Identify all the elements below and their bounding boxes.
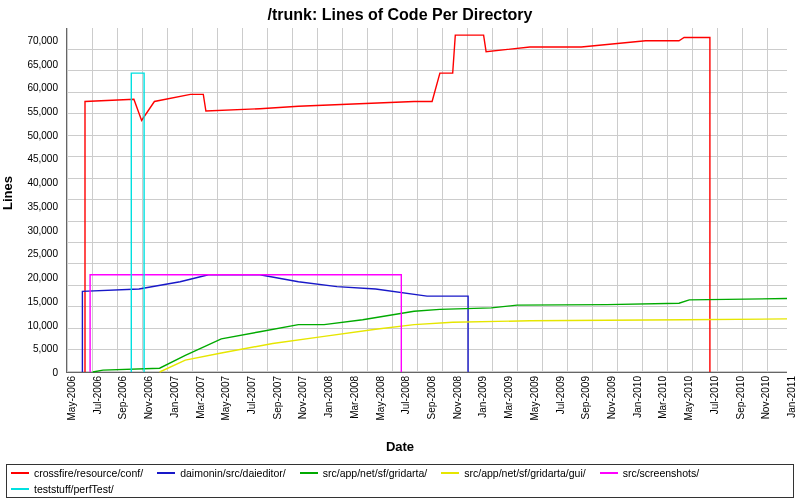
legend-item: crossfire/resource/conf/ xyxy=(11,467,143,479)
x-tick-label: Sep-2010 xyxy=(735,376,746,419)
x-axis-ticks: May-2006Jul-2006Sep-2006Nov-2006Jan-2007… xyxy=(66,374,786,444)
legend-label: daimonin/src/daieditor/ xyxy=(180,467,286,479)
y-tick-label: 20,000 xyxy=(27,272,58,283)
plot-area xyxy=(66,28,787,373)
x-tick-label: Sep-2006 xyxy=(117,376,128,419)
x-tick-label: Jul-2006 xyxy=(92,376,103,414)
x-axis-label: Date xyxy=(0,439,800,454)
x-tick-label: Nov-2010 xyxy=(760,376,771,419)
y-tick-label: 0 xyxy=(52,367,58,378)
legend: crossfire/resource/conf/daimonin/src/dai… xyxy=(6,464,794,498)
x-tick-label: Nov-2007 xyxy=(297,376,308,419)
x-tick-label: Nov-2008 xyxy=(452,376,463,419)
y-tick-label: 15,000 xyxy=(27,295,58,306)
series-line xyxy=(93,299,787,373)
x-tick-label: Jan-2011 xyxy=(786,376,797,418)
y-tick-label: 25,000 xyxy=(27,248,58,259)
y-tick-label: 30,000 xyxy=(27,224,58,235)
x-tick-label: Mar-2009 xyxy=(503,376,514,419)
x-tick-label: Mar-2007 xyxy=(195,376,206,419)
x-tick-label: May-2008 xyxy=(375,376,386,420)
y-tick-label: 50,000 xyxy=(27,129,58,140)
x-tick-label: Sep-2008 xyxy=(426,376,437,419)
x-tick-label: May-2010 xyxy=(683,376,694,420)
y-tick-label: 70,000 xyxy=(27,34,58,45)
legend-swatch xyxy=(441,472,459,474)
series-line xyxy=(160,319,787,372)
series-line xyxy=(85,35,710,372)
legend-swatch xyxy=(600,472,618,474)
y-tick-label: 40,000 xyxy=(27,177,58,188)
y-axis-ticks: 05,00010,00015,00020,00025,00030,00035,0… xyxy=(0,28,62,372)
legend-label: src/app/net/sf/gridarta/gui/ xyxy=(464,467,585,479)
legend-item: teststuff/perfTest/ xyxy=(11,483,114,495)
legend-label: src/screenshots/ xyxy=(623,467,699,479)
legend-swatch xyxy=(157,472,175,474)
legend-swatch xyxy=(11,472,29,474)
series-line xyxy=(131,73,144,372)
x-tick-label: Jan-2008 xyxy=(323,376,334,418)
chart-title: /trunk: Lines of Code Per Directory xyxy=(0,6,800,24)
y-tick-label: 55,000 xyxy=(27,106,58,117)
legend-label: teststuff/perfTest/ xyxy=(34,483,114,495)
x-tick-label: Mar-2008 xyxy=(349,376,360,419)
x-tick-label: Sep-2009 xyxy=(580,376,591,419)
x-tick-label: May-2006 xyxy=(66,376,77,420)
series-line xyxy=(82,275,468,372)
x-tick-label: Jul-2008 xyxy=(400,376,411,414)
legend-swatch xyxy=(11,488,29,490)
legend-label: src/app/net/sf/gridarta/ xyxy=(323,467,427,479)
plot-svg xyxy=(67,28,787,372)
x-tick-label: Sep-2007 xyxy=(272,376,283,419)
legend-item: src/screenshots/ xyxy=(600,467,699,479)
y-tick-label: 5,000 xyxy=(33,343,58,354)
x-tick-label: May-2007 xyxy=(220,376,231,420)
legend-swatch xyxy=(300,472,318,474)
x-tick-label: Jan-2009 xyxy=(477,376,488,418)
x-tick-label: Jan-2007 xyxy=(169,376,180,418)
x-tick-label: Jul-2009 xyxy=(555,376,566,414)
legend-item: src/app/net/sf/gridarta/ xyxy=(300,467,427,479)
y-tick-label: 10,000 xyxy=(27,319,58,330)
x-tick-label: Mar-2010 xyxy=(657,376,668,419)
x-tick-label: Nov-2009 xyxy=(606,376,617,419)
x-tick-label: Jul-2010 xyxy=(709,376,720,414)
legend-item: daimonin/src/daieditor/ xyxy=(157,467,286,479)
legend-label: crossfire/resource/conf/ xyxy=(34,467,143,479)
y-tick-label: 65,000 xyxy=(27,58,58,69)
y-tick-label: 60,000 xyxy=(27,82,58,93)
x-tick-label: May-2009 xyxy=(529,376,540,420)
x-tick-label: Jan-2010 xyxy=(632,376,643,418)
legend-item: src/app/net/sf/gridarta/gui/ xyxy=(441,467,585,479)
chart-container: /trunk: Lines of Code Per Directory Line… xyxy=(0,0,800,500)
x-tick-label: Jul-2007 xyxy=(246,376,257,414)
x-tick-label: Nov-2006 xyxy=(143,376,154,419)
y-tick-label: 45,000 xyxy=(27,153,58,164)
y-tick-label: 35,000 xyxy=(27,200,58,211)
